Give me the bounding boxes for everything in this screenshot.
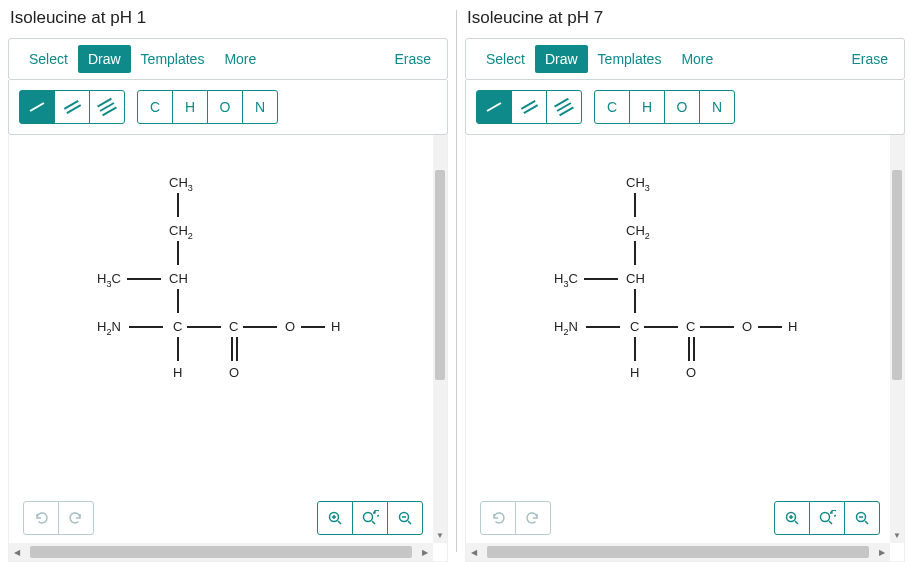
hscroll-right-arrow[interactable]: ▶	[417, 548, 433, 557]
hscroll-right-arrow[interactable]: ▶	[874, 548, 890, 557]
double-bond-button[interactable]	[54, 90, 90, 124]
redo-icon	[525, 510, 541, 526]
mode-toolbar: Select Draw Templates More Erase	[8, 38, 448, 80]
atom-c-button[interactable]: C	[594, 90, 630, 124]
tab-draw[interactable]: Draw	[535, 45, 588, 73]
zoom-in-button[interactable]	[317, 501, 353, 535]
tab-more[interactable]: More	[214, 45, 266, 73]
tool-row: C H O N	[8, 80, 448, 135]
zoom-in-button[interactable]	[774, 501, 810, 535]
canvas-footer	[480, 501, 880, 535]
panel-title: Isoleucine at pH 7	[465, 4, 905, 38]
hscroll-left-arrow[interactable]: ◀	[466, 548, 482, 557]
vertical-scrollbar[interactable]: ▼	[890, 135, 904, 543]
atom-n-button[interactable]: N	[699, 90, 735, 124]
atom-o-button[interactable]: O	[664, 90, 700, 124]
vscroll-down-arrow[interactable]: ▼	[433, 527, 447, 543]
horizontal-scrollbar[interactable]: ◀ ▶	[466, 543, 890, 561]
undo-icon	[490, 510, 506, 526]
atom-group: C H O N	[137, 90, 278, 124]
zoom-reset-button[interactable]	[809, 501, 845, 535]
editor-panel-right: Isoleucine at pH 7 Select Draw Templates…	[457, 0, 913, 562]
tab-templates[interactable]: Templates	[588, 45, 672, 73]
bond-group	[476, 90, 582, 124]
redo-icon	[68, 510, 84, 526]
svg-point-1	[364, 513, 373, 522]
zoom-out-button[interactable]	[844, 501, 880, 535]
zoom-in-icon	[784, 510, 800, 526]
atom-c-button[interactable]: C	[137, 90, 173, 124]
atom-o-button[interactable]: O	[207, 90, 243, 124]
hscroll-thumb[interactable]	[487, 546, 869, 558]
vertical-scrollbar[interactable]: ▼	[433, 135, 447, 543]
zoom-reset-icon	[361, 510, 379, 526]
erase-button[interactable]: Erase	[388, 47, 437, 71]
zoom-out-button[interactable]	[387, 501, 423, 535]
vscroll-thumb[interactable]	[892, 170, 902, 380]
triple-bond-button[interactable]	[546, 90, 582, 124]
single-bond-button[interactable]	[19, 90, 55, 124]
atom-n-button[interactable]: N	[242, 90, 278, 124]
bond-group	[19, 90, 125, 124]
svg-point-4	[821, 513, 830, 522]
tab-select[interactable]: Select	[19, 45, 78, 73]
tool-row: C H O N	[465, 80, 905, 135]
zoom-out-icon	[397, 510, 413, 526]
atom-h-button[interactable]: H	[629, 90, 665, 124]
tab-select[interactable]: Select	[476, 45, 535, 73]
panel-title: Isoleucine at pH 1	[8, 4, 448, 38]
zoom-reset-button[interactable]	[352, 501, 388, 535]
hscroll-left-arrow[interactable]: ◀	[9, 548, 25, 557]
canvas-footer	[23, 501, 423, 535]
tab-draw[interactable]: Draw	[78, 45, 131, 73]
undo-button[interactable]	[480, 501, 516, 535]
redo-button[interactable]	[515, 501, 551, 535]
erase-button[interactable]: Erase	[845, 47, 894, 71]
hscroll-thumb[interactable]	[30, 546, 412, 558]
triple-bond-button[interactable]	[89, 90, 125, 124]
editor-panel-left: Isoleucine at pH 1 Select Draw Templates…	[0, 0, 456, 562]
zoom-reset-icon	[818, 510, 836, 526]
double-bond-button[interactable]	[511, 90, 547, 124]
atom-h-button[interactable]: H	[172, 90, 208, 124]
tab-more[interactable]: More	[671, 45, 723, 73]
single-bond-button[interactable]	[476, 90, 512, 124]
canvas[interactable]: CH3 CH2 H3C CH H2N C C O H H O	[465, 135, 905, 562]
vscroll-down-arrow[interactable]: ▼	[890, 527, 904, 543]
horizontal-scrollbar[interactable]: ◀ ▶	[9, 543, 433, 561]
vscroll-thumb[interactable]	[435, 170, 445, 380]
mode-toolbar: Select Draw Templates More Erase	[465, 38, 905, 80]
zoom-in-icon	[327, 510, 343, 526]
canvas[interactable]: CH3 CH2 H3C CH H2N C C O H H O	[8, 135, 448, 562]
redo-button[interactable]	[58, 501, 94, 535]
zoom-out-icon	[854, 510, 870, 526]
undo-icon	[33, 510, 49, 526]
atom-group: C H O N	[594, 90, 735, 124]
undo-button[interactable]	[23, 501, 59, 535]
tab-templates[interactable]: Templates	[131, 45, 215, 73]
